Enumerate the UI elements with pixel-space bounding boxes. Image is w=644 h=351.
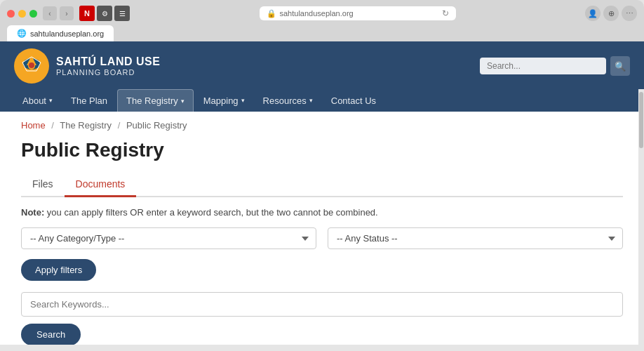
close-btn[interactable] <box>7 10 15 18</box>
tab-documents[interactable]: Documents <box>65 173 137 197</box>
registry-caret: ▾ <box>181 98 185 105</box>
mapping-caret: ▾ <box>241 97 245 104</box>
filter-note-text: you can apply filters OR enter a keyword… <box>47 207 378 218</box>
tab-title: sahtulanduseplan.org <box>30 29 104 38</box>
logo-text: SAHTÚ LAND USE PLANNING BOARD <box>56 55 160 77</box>
tab-favicon: 🌐 <box>17 29 27 38</box>
keyword-input[interactable] <box>21 292 623 317</box>
header-search-input[interactable] <box>480 58 606 74</box>
site-nav: About ▾ The Plan The Registry ▾ Mapping … <box>14 89 630 112</box>
bookmark-btn[interactable]: ⊕ <box>603 6 619 21</box>
about-caret: ▾ <box>49 97 53 104</box>
category-select[interactable]: -- Any Category/Type --ApplicationNotifi… <box>21 227 316 249</box>
browser-actions: 👤 ⊕ ⋯ <box>585 6 637 21</box>
breadcrumb-home[interactable]: Home <box>21 120 46 131</box>
svg-point-5 <box>29 62 34 68</box>
breadcrumb-sep-2: / <box>118 120 121 131</box>
nav-mapping[interactable]: Mapping ▾ <box>195 90 253 112</box>
address-bar[interactable]: 🔒 sahtulanduseplan.org ↻ <box>260 6 456 20</box>
browser-controls: ‹ › <box>43 6 74 20</box>
minimize-btn[interactable] <box>18 10 26 18</box>
org-sub: PLANNING BOARD <box>56 68 160 77</box>
ext-icon-1[interactable]: N <box>79 6 95 21</box>
nav-about[interactable]: About ▾ <box>14 90 61 112</box>
status-select[interactable]: -- Any Status --OpenClosedApprovedReject… <box>328 227 623 249</box>
ext-icon-2[interactable]: ⚙ <box>97 6 112 21</box>
filter-row: -- Any Category/Type --ApplicationNotifi… <box>21 227 623 249</box>
lock-icon: 🔒 <box>267 9 276 18</box>
breadcrumb-registry: The Registry <box>60 120 112 131</box>
logo-image <box>14 48 49 84</box>
nav-the-registry[interactable]: The Registry ▾ <box>117 89 194 112</box>
traffic-lights <box>7 10 37 18</box>
org-name: SAHTÚ LAND USE <box>56 55 160 68</box>
apply-filters-button[interactable]: Apply filters <box>21 259 96 281</box>
filter-note-bold: Note: <box>21 207 44 218</box>
page-wrapper: SAHTÚ LAND USE PLANNING BOARD 🔍 About ▾ … <box>0 41 644 345</box>
scrollbar[interactable] <box>638 89 644 351</box>
header-top: SAHTÚ LAND USE PLANNING BOARD 🔍 <box>14 48 630 89</box>
tab-bar: Files Documents <box>21 173 623 197</box>
forward-btn[interactable]: › <box>60 6 74 20</box>
maximize-btn[interactable] <box>29 10 37 18</box>
breadcrumb-sep-1: / <box>51 120 54 131</box>
menu-btn[interactable]: ⋯ <box>622 6 637 21</box>
active-tab[interactable]: 🌐 sahtulanduseplan.org <box>7 25 114 41</box>
back-btn[interactable]: ‹ <box>43 6 57 20</box>
resources-caret: ▾ <box>309 97 313 104</box>
header-search-button[interactable]: 🔍 <box>610 56 630 76</box>
filter-note: Note: you can apply filters OR enter a k… <box>21 207 623 218</box>
address-bar-container: 🔒 sahtulanduseplan.org ↻ <box>135 6 579 20</box>
ext-icon-3[interactable]: ☰ <box>114 6 130 21</box>
site-header: SAHTÚ LAND USE PLANNING BOARD 🔍 About ▾ … <box>0 41 644 112</box>
scrollbar-thumb[interactable] <box>639 92 643 148</box>
page-title: Public Registry <box>21 139 623 161</box>
browser-tabs: 🌐 sahtulanduseplan.org <box>7 25 637 41</box>
tab-files[interactable]: Files <box>21 173 65 197</box>
refresh-icon[interactable]: ↻ <box>442 8 449 18</box>
profile-btn[interactable]: 👤 <box>585 6 601 21</box>
keyword-search-area: Search <box>21 292 623 345</box>
nav-the-plan[interactable]: The Plan <box>62 90 116 112</box>
nav-resources[interactable]: Resources ▾ <box>255 90 321 112</box>
browser-chrome: ‹ › N ⚙ ☰ 🔒 sahtulanduseplan.org ↻ 👤 ⊕ ⋯… <box>0 0 644 41</box>
breadcrumb: Home / The Registry / Public Registry <box>0 112 644 139</box>
page-content: SAHTÚ LAND USE PLANNING BOARD 🔍 About ▾ … <box>0 41 644 345</box>
nav-contact[interactable]: Contact Us <box>323 90 384 112</box>
address-text: sahtulanduseplan.org <box>280 9 354 18</box>
header-search: 🔍 <box>480 56 630 76</box>
main-content: Public Registry Files Documents Note: yo… <box>0 139 644 345</box>
breadcrumb-public-registry: Public Registry <box>126 120 187 131</box>
logo-area[interactable]: SAHTÚ LAND USE PLANNING BOARD <box>14 48 160 84</box>
search-button[interactable]: Search <box>21 324 81 345</box>
